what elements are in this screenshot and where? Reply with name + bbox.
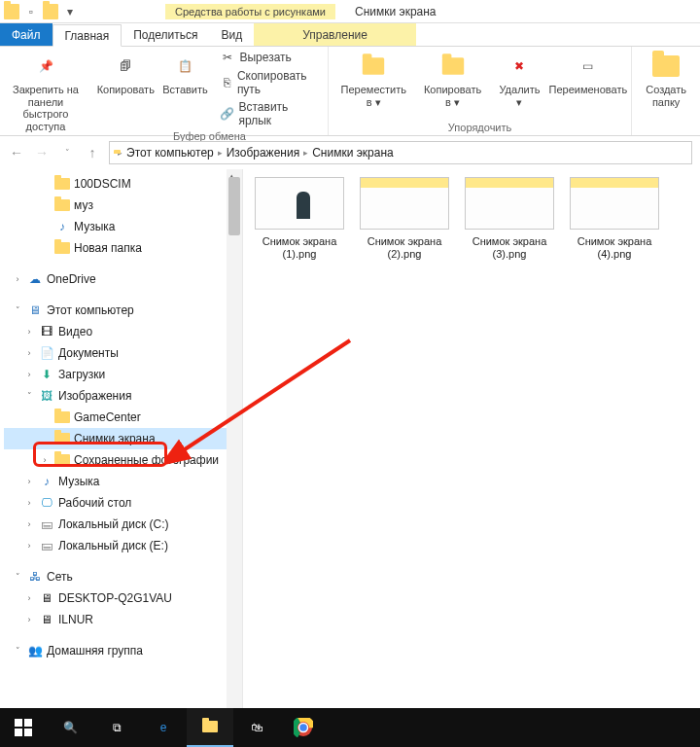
pin-icon: 📌 (30, 51, 61, 82)
copy-icon: 🗐 (110, 51, 141, 82)
tree-item[interactable]: 100DSCIM (4, 173, 242, 195)
tree-downloads[interactable]: ›⬇Загрузки (4, 364, 242, 385)
titlebar: ▫ ▾ Средства работы с рисунками Снимки э… (0, 0, 700, 23)
tree-item[interactable]: ♪Музыка (4, 216, 242, 237)
tree-item[interactable]: Новая папка (4, 237, 242, 259)
cut-button[interactable]: ✂Вырезать (216, 49, 321, 66)
tree-homegroup[interactable]: ˅👥Домашняя группа (4, 640, 242, 661)
netpc-icon: 🖥 (39, 590, 54, 606)
images-icon: 🖼 (39, 388, 54, 404)
thumbnail-icon (255, 177, 344, 230)
tree-desktop[interactable]: ›🖵Рабочий стол (4, 492, 242, 514)
newfolder-icon (650, 51, 682, 82)
copyto-icon (438, 51, 469, 82)
svg-rect-2 (24, 719, 32, 727)
tree-item[interactable]: муз (4, 195, 242, 216)
network-icon: 🖧 (27, 569, 43, 585)
paste-shortcut-button[interactable]: 🔗Вставить ярлык (216, 99, 321, 128)
folder-icon (54, 197, 70, 213)
delete-button[interactable]: ✖ Удалить ▾ (492, 49, 546, 120)
nav-back-button[interactable]: ← (8, 144, 25, 161)
file-item[interactable]: Снимок экрана (4).png (566, 177, 663, 261)
thumbnail-icon (360, 177, 449, 230)
tree-video[interactable]: ›🎞Видео (4, 321, 242, 342)
breadcrumb-bar[interactable]: ▸ Этот компьютер▸ Изображения▸ Снимки эк… (109, 141, 692, 164)
downloads-icon: ⬇ (39, 367, 54, 382)
tree-thispc[interactable]: ˅🖥Этот компьютер (4, 300, 242, 321)
svg-rect-1 (15, 719, 22, 727)
tree-netpc[interactable]: ›🖥DESKTOP-Q2G1VAU (4, 587, 242, 609)
video-icon: 🎞 (39, 324, 54, 339)
folder-icon (54, 176, 70, 192)
qat-props-icon[interactable]: ▫ (23, 4, 39, 19)
tree-onedrive[interactable]: ›☁OneDrive (4, 268, 242, 290)
picture-tools-contextual: Средства работы с рисунками (165, 4, 335, 19)
folder-icon (54, 452, 70, 468)
qat-customize-icon[interactable]: ▾ (62, 4, 78, 19)
start-button[interactable] (0, 708, 47, 747)
tab-share[interactable]: Поделиться (122, 23, 209, 46)
copy-button[interactable]: 🗐 Копировать (97, 49, 154, 128)
netpc-icon: 🖥 (39, 612, 54, 627)
nav-scrollbar[interactable]: ▴ ▾ (227, 169, 242, 718)
file-item[interactable]: Снимок экрана (3).png (461, 177, 558, 261)
new-folder-button[interactable]: Создать папку (638, 49, 694, 120)
cloud-icon: ☁ (27, 271, 43, 287)
copypath-icon: ⎘ (220, 75, 232, 90)
nav-recent-button[interactable]: ˅ (58, 144, 76, 161)
file-item[interactable]: Снимок экрана (2).png (356, 177, 453, 261)
music-icon: ♪ (54, 219, 70, 234)
navigation-pane[interactable]: 100DSCIM муз ♪Музыка Новая папка ›☁OneDr… (0, 169, 243, 718)
tree-gamecenter[interactable]: GameCenter (4, 407, 242, 428)
tree-music[interactable]: ›♪Музыка (4, 471, 242, 492)
explorer-button[interactable] (187, 708, 233, 747)
pasteshortcut-icon: 🔗 (220, 106, 234, 122)
taskview-button[interactable]: ⧉ (93, 708, 140, 747)
move-to-button[interactable]: Переместить в ▾ (334, 49, 413, 120)
group-clipboard-label: Буфер обмена (97, 128, 322, 142)
pc-icon: 🖥 (27, 302, 43, 318)
content-pane[interactable]: Снимок экрана (1).png Снимок экрана (2).… (243, 169, 700, 718)
tree-diske[interactable]: ›🖴Локальный диск (E:) (4, 535, 242, 556)
nav-up-button[interactable]: ↑ (84, 144, 101, 161)
ribbon: 📌 Закрепить на панели быстрого доступа 🗐… (0, 47, 700, 136)
window-title: Снимки экрана (355, 5, 437, 18)
nav-forward-button[interactable]: → (33, 144, 51, 161)
tree-netpc[interactable]: ›🖥ILNUR (4, 609, 242, 630)
tree-images[interactable]: ˅🖼Изображения (4, 385, 242, 407)
music-icon: ♪ (39, 474, 54, 489)
tab-home[interactable]: Главная (52, 24, 122, 47)
paste-button[interactable]: 📋 Вставить (158, 49, 212, 128)
group-organize-label: Упорядочить (334, 120, 625, 133)
tree-documents[interactable]: ›📄Документы (4, 342, 242, 364)
chrome-button[interactable] (280, 708, 327, 747)
pin-quickaccess-button[interactable]: 📌 Закрепить на панели быстрого доступа (6, 49, 86, 135)
copy-path-button[interactable]: ⎘Скопировать путь (216, 68, 321, 97)
homegroup-icon: 👥 (27, 643, 43, 658)
edge-button[interactable]: e (140, 708, 187, 747)
store-button[interactable]: 🛍 (233, 708, 280, 747)
tab-manage[interactable]: Управление (254, 23, 416, 46)
disk-icon: 🖴 (39, 538, 54, 553)
qat-newfolder-icon[interactable] (43, 4, 58, 19)
delete-icon: ✖ (504, 51, 535, 82)
tree-screenshots[interactable]: Снимки экрана (4, 428, 242, 449)
svg-rect-3 (15, 729, 22, 736)
file-item[interactable]: Снимок экрана (1).png (251, 177, 348, 261)
tree-savedphotos[interactable]: ›Сохраненные фотографии (4, 449, 242, 471)
folder-icon (54, 240, 70, 256)
tree-diskc[interactable]: ›🖴Локальный диск (C:) (4, 514, 242, 535)
documents-icon: 📄 (39, 345, 54, 361)
rename-button[interactable]: ▭ Переименовать (550, 49, 625, 120)
crumb-screenshots[interactable]: Снимки экрана (312, 146, 394, 160)
tab-view[interactable]: Вид (209, 23, 254, 46)
paste-icon: 📋 (169, 51, 200, 82)
copy-to-button[interactable]: Копировать в ▾ (417, 49, 489, 120)
crumb-images[interactable]: Изображения▸ (227, 146, 308, 160)
taskbar: 🔍 ⧉ e 🛍 (0, 708, 700, 747)
search-button[interactable]: 🔍 (47, 708, 93, 747)
tree-network[interactable]: ˅🖧Сеть (4, 566, 242, 587)
tab-file[interactable]: Файл (0, 23, 52, 46)
crumb-thispc[interactable]: Этот компьютер▸ (126, 146, 223, 160)
scrollbar-thumb[interactable] (228, 177, 240, 235)
